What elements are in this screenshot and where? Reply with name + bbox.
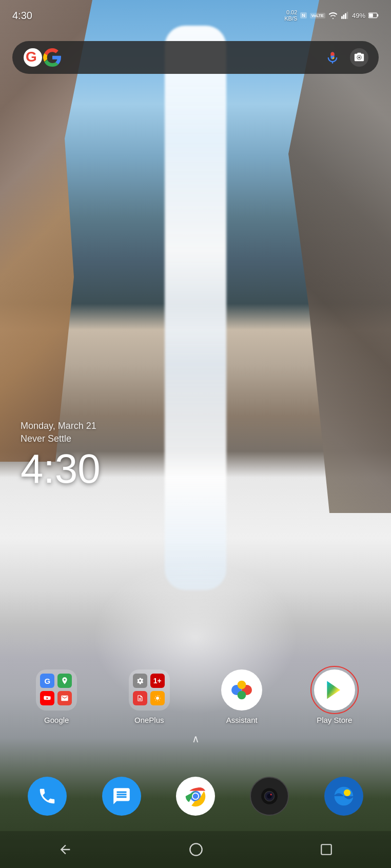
swipe-arrow: ∧ [192,733,200,744]
folder-mini-oneplus-app: 1+ [150,674,165,688]
assistant-icon [221,669,262,711]
widget-subtitle: Never Settle [21,433,101,444]
app-label-oneplus: OnePlus [134,716,164,724]
app-item-google[interactable]: G Google [28,669,85,724]
app-item-assistant[interactable]: Assistant [213,669,270,724]
data-unit: KB/S [284,15,297,22]
playstore-triangle [323,679,346,701]
status-bar: 4:30 0.02 KB/S N VoLTE 49% [0,0,391,31]
phone-icon [37,786,57,806]
nav-bar [0,831,391,868]
svg-rect-25 [321,844,331,855]
battery-icon [368,12,379,18]
signal-icon [341,12,349,19]
nav-home-button[interactable] [189,842,203,857]
status-time: 4:30 [12,10,32,22]
recents-icon [320,843,333,856]
dock-messages[interactable] [102,777,141,816]
dock-phone[interactable] [28,777,67,816]
folder-mini-maps [57,674,72,688]
camera-dock-icon [260,786,279,806]
chrome-icon [185,785,206,807]
search-bar[interactable]: G G G [12,41,379,74]
svg-point-13 [238,681,246,689]
app-grid: G Google 1+ [0,669,391,724]
battery-percent: 49% [352,12,365,19]
camera-icon [354,52,365,63]
data-speed: 0.02 [286,9,297,15]
date-time-widget: Monday, March 21 Never Settle 4:30 [21,421,101,489]
app-label-google: Google [44,716,69,724]
svg-point-21 [270,794,272,795]
folder-mini-gmail [57,691,72,705]
nav-recents-button[interactable] [320,843,333,856]
google-logo: G G G [23,47,43,68]
assistant-dots-svg [229,677,255,703]
folder-mini-settings [133,674,147,688]
nav-back-button[interactable] [58,842,72,857]
voice-search-button[interactable] [323,48,342,67]
dock-camera[interactable] [250,777,289,816]
svg-rect-5 [369,14,373,17]
search-action-icons [323,48,368,67]
svg-rect-2 [345,13,346,19]
svg-point-14 [238,691,246,700]
lens-button[interactable] [350,48,368,67]
nfc-badge: N [300,12,307,18]
app-label-playstore: Play Store [317,716,352,724]
svg-rect-1 [343,15,344,19]
playstore-icon [314,669,355,711]
folder-mini-youtube [40,691,54,705]
status-icons: 0.02 KB/S N VoLTE 49% [284,9,379,22]
svg-point-23 [344,790,350,796]
mic-icon [325,50,340,65]
app-item-oneplus[interactable]: 1+ OnePlus [121,669,178,724]
data-speed-group: 0.02 KB/S [284,9,297,22]
folder-mini-files [133,691,147,705]
dock [10,765,381,827]
svg-rect-6 [377,14,378,17]
dock-chrome[interactable] [176,777,215,816]
app-label-assistant: Assistant [226,716,258,724]
messages-icon [112,786,131,806]
folder-mini-google: G [40,674,54,688]
volte-badge: VoLTE [310,13,325,18]
svg-rect-0 [341,16,343,19]
oneplus-folder-icon: 1+ [129,669,170,711]
widget-date: Monday, March 21 [21,421,101,431]
oneplus-dock-icon [334,786,354,806]
folder-mini-weather [150,691,165,705]
svg-point-24 [190,843,202,855]
swipe-up-indicator: ∧ [192,733,200,745]
svg-text:G: G [26,49,37,65]
wifi-icon [328,12,338,19]
svg-rect-3 [346,12,348,19]
waterfall [165,26,226,590]
app-item-playstore[interactable]: Play Store [306,669,363,724]
playstore-wrapper [314,669,355,711]
svg-point-17 [193,794,199,799]
widget-clock: 4:30 [21,448,101,489]
home-circle-icon [189,842,203,857]
dock-oneplus[interactable] [324,777,363,816]
back-icon [58,842,72,857]
google-folder-icon: G [36,669,77,711]
google-g-logo [43,48,62,67]
